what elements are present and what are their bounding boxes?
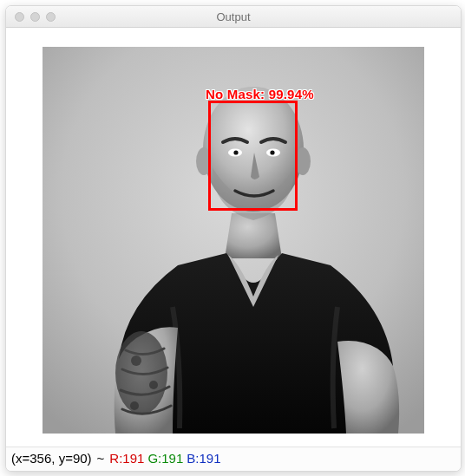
separator-tilde: ~ [97, 451, 105, 466]
face-bounding-box: No Mask: 99.94% [208, 101, 298, 211]
window-content: No Mask: 99.94% (x=356, y=90) ~ R:191 [6, 28, 461, 471]
close-icon[interactable] [15, 12, 24, 22]
window-titlebar[interactable]: Output [6, 6, 461, 28]
window-controls [15, 12, 56, 22]
pixel-r: R:191 [109, 451, 144, 466]
svg-point-11 [130, 401, 139, 410]
photo-container: No Mask: 99.94% [43, 47, 424, 434]
zoom-icon[interactable] [46, 12, 56, 22]
window-title: Output [6, 10, 461, 23]
svg-point-9 [131, 355, 141, 366]
pixel-b: B:191 [187, 451, 220, 466]
pixel-g: G:191 [147, 451, 183, 466]
detection-label: No Mask: 99.94% [206, 87, 314, 101]
image-canvas: No Mask: 99.94% [6, 28, 461, 447]
coord-readout: (x=356, y=90) [11, 451, 92, 466]
output-window: Output [5, 5, 462, 472]
minimize-icon[interactable] [30, 12, 40, 22]
detection-confidence: 99.94% [269, 87, 314, 101]
svg-point-10 [149, 381, 158, 389]
detection-class: No Mask: [206, 87, 265, 101]
status-bar: (x=356, y=90) ~ R:191 G:191 B:191 [6, 447, 461, 471]
